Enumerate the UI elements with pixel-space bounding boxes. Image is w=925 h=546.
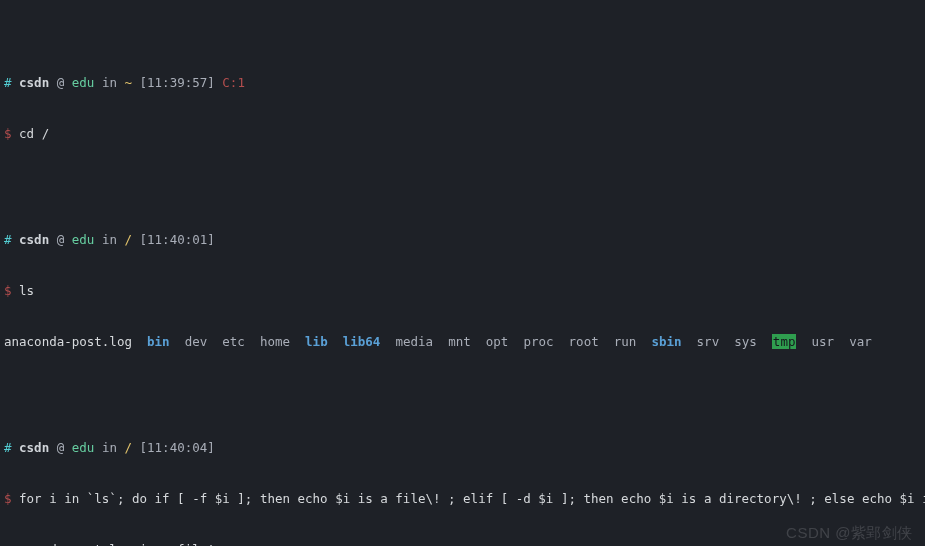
ls-entry: var bbox=[849, 334, 872, 349]
prompt-dollar: $ bbox=[4, 283, 12, 298]
ls-entry: run bbox=[614, 334, 637, 349]
ls-entry: anaconda-post.log bbox=[4, 334, 132, 349]
ls-entry: lib bbox=[305, 334, 328, 349]
prompt-in: in bbox=[102, 75, 117, 90]
prompt-hash: # bbox=[4, 75, 12, 90]
ls-entry: opt bbox=[486, 334, 509, 349]
ls-entry: sys bbox=[734, 334, 757, 349]
prompt-hash: # bbox=[4, 232, 12, 247]
ls-entry: lib64 bbox=[343, 334, 381, 349]
ls-entry: proc bbox=[523, 334, 553, 349]
prompt-dollar: $ bbox=[4, 491, 12, 506]
prompt-in: in bbox=[102, 440, 117, 455]
command-text: for i in `ls`; do if [ -f $i ]; then ech… bbox=[19, 491, 925, 506]
prompt-path: ~ bbox=[124, 75, 132, 90]
loop-output: anaconda-post.log is a file!bin is a dir… bbox=[4, 541, 921, 546]
prompt-at: @ bbox=[57, 75, 65, 90]
ls-entry: sbin bbox=[651, 334, 681, 349]
prompt-user: csdn bbox=[19, 440, 49, 455]
command-text: ls bbox=[19, 283, 34, 298]
ls-entry: srv bbox=[697, 334, 720, 349]
prompt-time: [11:39:57] bbox=[140, 75, 215, 90]
ls-entry: etc bbox=[222, 334, 245, 349]
ls-entry: mnt bbox=[448, 334, 471, 349]
prompt-user: csdn bbox=[19, 75, 49, 90]
prompt-path: / bbox=[124, 232, 132, 247]
prompt-line: # csdn @ edu in / [11:40:04] bbox=[4, 439, 921, 456]
prompt-dollar: $ bbox=[4, 126, 12, 141]
command-line[interactable]: $ cd / bbox=[4, 125, 921, 142]
prompt-host: edu bbox=[72, 75, 95, 90]
ls-entry: dev bbox=[185, 334, 208, 349]
command-line[interactable]: $ for i in `ls`; do if [ -f $i ]; then e… bbox=[4, 490, 921, 507]
prompt-host: edu bbox=[72, 440, 95, 455]
command-line[interactable]: $ ls bbox=[4, 282, 921, 299]
output-line: anaconda-post.log is a file! bbox=[4, 541, 921, 546]
prompt-user: csdn bbox=[19, 232, 49, 247]
terminal[interactable]: # csdn @ edu in ~ [11:39:57] C:1 $ cd / … bbox=[0, 0, 925, 546]
prompt-time: [11:40:01] bbox=[140, 232, 215, 247]
ls-entry: home bbox=[260, 334, 290, 349]
command-text: cd / bbox=[19, 126, 49, 141]
prompt-code: C:1 bbox=[222, 75, 245, 90]
ls-entry: usr bbox=[812, 334, 835, 349]
prompt-host: edu bbox=[72, 232, 95, 247]
ls-entry: tmp bbox=[772, 334, 797, 349]
prompt-path: / bbox=[124, 440, 132, 455]
prompt-at: @ bbox=[57, 232, 65, 247]
prompt-at: @ bbox=[57, 440, 65, 455]
prompt-hash: # bbox=[4, 440, 12, 455]
ls-entry: root bbox=[569, 334, 599, 349]
prompt-in: in bbox=[102, 232, 117, 247]
prompt-line: # csdn @ edu in ~ [11:39:57] C:1 bbox=[4, 74, 921, 91]
ls-entry: media bbox=[395, 334, 433, 349]
prompt-time: [11:40:04] bbox=[140, 440, 215, 455]
prompt-line: # csdn @ edu in / [11:40:01] bbox=[4, 231, 921, 248]
ls-output-line: anaconda-post.log bin dev etc home lib l… bbox=[4, 333, 921, 350]
ls-entry: bin bbox=[147, 334, 170, 349]
